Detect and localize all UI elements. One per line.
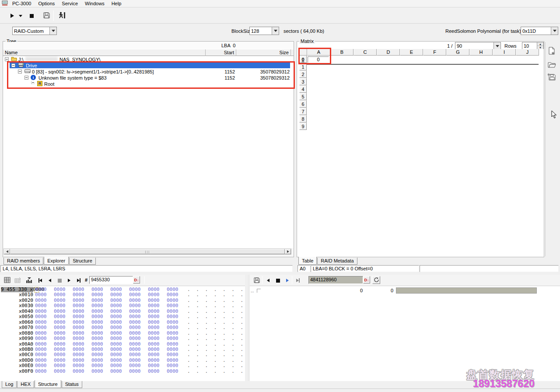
chevron-down-icon [551,27,558,35]
matrix-row-header-2[interactable]: 2 [299,70,307,78]
hex-decimal-toggle[interactable]: D↓ [133,276,140,284]
new-task-button[interactable] [547,46,556,56]
hex-address-label: x00E0 [1,363,33,368]
hex-word: 0000 [54,331,66,336]
tab-explorer[interactable]: Explorer [44,257,69,265]
tab-table[interactable]: Table [298,257,317,265]
io-panel: 4841128960 D↓ -- 0 0 [248,275,560,381]
io-back-button[interactable] [264,276,273,285]
histogram-button[interactable] [25,276,34,285]
scroll-right-arrow-icon[interactable] [285,249,291,254]
matrix-column-header-j[interactable]: J [516,49,539,56]
matrix-column-header-i[interactable]: I [493,49,516,56]
hex-word: 0000 [73,336,84,341]
last-sector-button[interactable] [74,276,83,285]
hex-dump[interactable]: 9 455 330 x00000000000000000000000000000… [0,286,245,381]
reed-solomon-select[interactable]: 0x11D [521,27,558,35]
hex-word: 0000 [129,325,141,330]
menu-item-service[interactable]: Service [58,0,81,7]
tab-status[interactable]: Status [62,381,82,388]
minus-expander-icon[interactable] [5,57,9,61]
hex-word: 0000 [148,292,160,298]
matrix-column-header-c[interactable]: C [354,49,377,56]
menu-item-help[interactable]: Help [108,0,125,7]
hex-word: 0000 [129,309,141,314]
menu-item-options[interactable]: Options [35,0,58,7]
matrix-row-header-4[interactable]: 4 [299,85,307,93]
app-icon [2,0,8,7]
scroll-thumb[interactable] [10,249,285,254]
hex-word: 0000 [148,342,160,347]
io-sector-input[interactable]: 4841128960 [308,276,363,284]
menu-item-pc-3000[interactable]: PC-3000 [9,0,35,7]
hex-word: 0000 [129,352,141,357]
matrix-row-header-9[interactable]: 9 [299,122,307,130]
column-start[interactable]: Start [206,49,236,56]
hex-sector-input[interactable]: 9455330 [89,276,133,284]
close-task-button[interactable] [57,11,67,21]
io-save-button[interactable] [252,276,261,285]
run-options-dropdown[interactable] [18,11,24,21]
hex-word: 0000 [129,336,141,341]
matrix-column-header-d[interactable]: D [377,49,400,56]
io-tree-collapse[interactable]: -- [251,289,254,294]
matrix-row-header-3[interactable]: 3 [299,78,307,85]
menu-item-windows[interactable]: Windows [81,0,108,7]
tab-hex[interactable]: HEX [17,381,34,388]
matrix-row-header-8[interactable]: 8 [299,115,307,122]
column-size[interactable]: Size [236,49,291,56]
hex-word: 0000 [129,314,141,319]
stop-button[interactable] [26,11,37,21]
matrix-column-header-g[interactable]: G [446,49,469,56]
hex-word: 0000 [91,347,103,352]
raid-type-select[interactable]: RAID-Custom [12,27,57,35]
first-sector-button[interactable] [36,276,45,285]
next-sector-button[interactable] [65,276,74,285]
hex-word: 0000 [167,347,178,352]
matrix-column-header-h[interactable]: H [469,49,493,56]
column-name[interactable]: Name [3,49,206,56]
matrix-column-header-b[interactable]: B [330,49,354,56]
io-refresh-button[interactable] [372,276,380,284]
spinner-up-icon[interactable]: ▲ [537,42,543,46]
io-forward-button[interactable] [283,276,292,285]
blocksize-value: 128 [250,28,272,34]
hex-word: 0000 [148,320,160,325]
tree-horizontal-scrollbar[interactable] [4,248,291,255]
table-view-button[interactable] [3,276,11,285]
io-stop-button[interactable] [273,276,282,285]
save-task-button[interactable] [547,73,556,81]
matrix-row-header-7[interactable]: 7 [299,108,307,115]
hex-address-label: x0060 [1,320,33,325]
blocksize-select[interactable]: 128 [249,27,279,35]
tab-structure[interactable]: Structure [35,380,61,388]
hex-address-label: x0010 [1,292,33,298]
matrix-column-header-f[interactable]: F [423,49,446,56]
open-task-button[interactable] [547,60,556,69]
save-button[interactable] [41,11,52,21]
hex-word: 0000 [110,336,122,341]
io-last-button[interactable] [294,276,302,285]
matrix-column-header-e[interactable]: E [400,49,423,56]
tree-status-bar: L4, L5LA, L5LS, L5RA, L5RS [0,265,293,272]
tab-raid-metadata[interactable]: RAID Metadata [317,258,357,265]
stop-read-button[interactable] [55,276,64,285]
io-decimal-toggle[interactable]: D↓ [363,276,370,284]
sector-map-button[interactable] [14,276,22,285]
matrix-group-label: Matrix [299,38,315,44]
scroll-left-arrow-icon[interactable] [4,249,10,254]
tab-raid-members[interactable]: RAID members [4,258,43,265]
reed-solomon-label: ReedSolomon Polynomial (for task) [445,28,521,34]
hex-word: 0000 [110,320,122,325]
watermark-line2: 18913587620 [473,378,535,390]
histogram-icon [26,277,33,284]
run-button[interactable] [7,11,18,21]
matrix-row-header-6[interactable]: 6 [299,100,307,108]
hex-word: 0000 [167,314,178,319]
tab-log[interactable]: Log [2,381,17,388]
prev-sector-button[interactable] [46,276,54,285]
tab-structure[interactable]: Structure [69,258,96,265]
matrix-row-header-5[interactable]: 5 [299,93,307,100]
hex-word: 0000 [129,303,141,308]
hex-word: 0000 [91,331,103,336]
